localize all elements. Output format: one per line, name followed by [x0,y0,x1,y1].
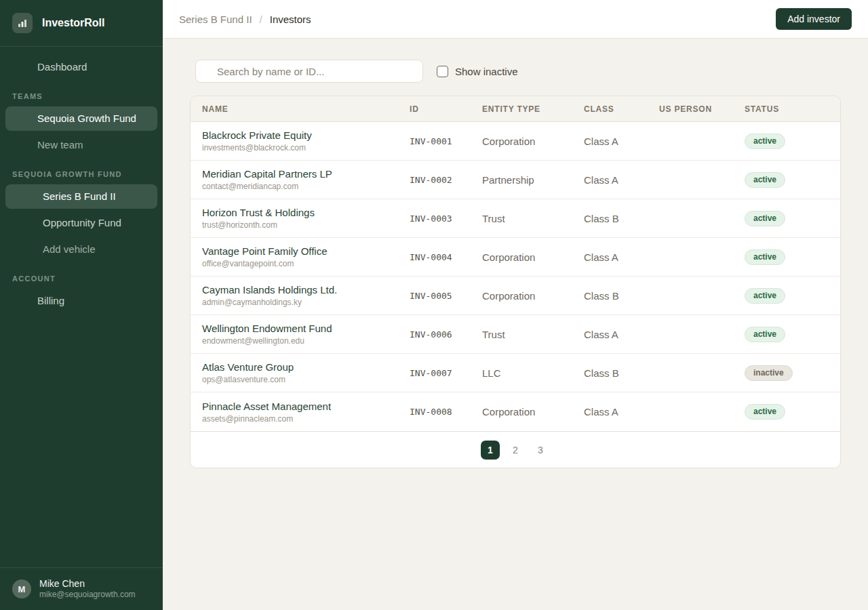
sidebar-item-dashboard[interactable]: Dashboard [5,55,157,79]
investor-id: INV-0007 [410,368,482,378]
investor-name: Atlas Venture Group [202,361,410,373]
sidebar-nav: Dashboard TEAMS Sequoia Growth Fund New … [0,47,163,567]
investor-class: Class A [584,174,659,186]
sidebar-item-new-team[interactable]: New team [5,133,157,157]
investor-email: endowment@wellington.edu [202,336,410,346]
table-row[interactable]: Blackrock Private Equity investments@bla… [191,122,840,161]
investor-entity-type: Trust [482,213,584,224]
status-badge: active [745,134,785,149]
breadcrumb-separator: / [260,14,262,25]
investor-email: assets@pinnacleam.com [202,413,410,424]
user-email: mike@sequoiagrowth.com [39,590,136,600]
investor-class: Class B [584,367,659,379]
content-area: Show inactive NAME ID ENTITY TYPE CLASS … [163,39,868,610]
search-input[interactable] [195,60,423,83]
sidebar-section: SEQUOIA GROWTH FUND Series B Fund II Opp… [5,159,157,262]
sidebar-section-label: TEAMS [5,81,157,106]
table-row[interactable]: Meridian Capital Partners LP contact@mer… [191,161,840,199]
table-row[interactable]: Pinnacle Asset Management assets@pinnacl… [191,392,840,431]
top-bar: Series B Fund II / Investors Add investo… [163,0,868,39]
column-header-status: STATUS [745,104,840,114]
investor-entity-type: Corporation [482,290,584,302]
breadcrumb: Series B Fund II / Investors [179,14,311,25]
add-investor-button[interactable]: Add investor [776,8,852,30]
app-title: InvestorRoll [42,17,104,29]
page-button-3[interactable]: 3 [531,441,550,460]
column-header-us-person: US PERSON [659,104,745,114]
investor-email: ops@atlasventure.com [202,374,410,385]
status-badge: active [745,211,785,226]
column-header-id: ID [410,104,482,114]
table-row[interactable]: Atlas Venture Group ops@atlasventure.com… [191,354,840,392]
investor-id: INV-0004 [410,252,482,262]
user-menu[interactable]: M Mike Chen mike@sequoiagrowth.com [0,567,163,610]
pagination: 1 2 3 [191,431,840,468]
sidebar-item-add-vehicle[interactable]: Add vehicle [5,237,157,262]
investor-class: Class B [584,213,659,224]
status-badge: active [745,249,785,265]
investor-name: Horizon Trust & Holdings [202,206,410,219]
investor-class: Class A [584,406,659,418]
investor-entity-type: Corporation [482,406,584,418]
investor-email: investments@blackrock.com [202,142,410,153]
investor-email: admin@caymanholdings.ky [202,297,410,308]
sidebar: InvestorRoll Dashboard TEAMS Sequoia Gro… [0,0,163,610]
investor-id: INV-0001 [410,136,482,146]
table-row[interactable]: Wellington Endowment Fund endowment@well… [191,315,840,354]
sidebar-item-opportunity-fund[interactable]: Opportunity Fund [5,211,157,235]
show-inactive-checkbox[interactable] [437,66,448,77]
status-badge: active [745,327,785,342]
investor-entity-type: Corporation [482,251,584,263]
show-inactive-label: Show inactive [455,66,518,77]
investor-id: INV-0005 [410,291,482,301]
investor-entity-type: Corporation [482,136,584,147]
user-name: Mike Chen [39,578,136,590]
sidebar-section: ACCOUNT Billing [5,264,157,313]
table-header-row: NAME ID ENTITY TYPE CLASS US PERSON STAT… [191,96,840,122]
show-inactive-control[interactable]: Show inactive [437,66,518,77]
investor-email: trust@horizonth.com [202,220,410,230]
main-area: Series B Fund II / Investors Add investo… [163,0,868,610]
investor-entity-type: Trust [482,329,584,340]
status-badge: active [745,288,785,304]
breadcrumb-parent[interactable]: Series B Fund II [179,14,252,25]
investor-class: Class A [584,251,659,263]
sidebar-item-sequoia-growth-fund[interactable]: Sequoia Growth Fund [5,106,157,131]
page-button-2[interactable]: 2 [506,441,525,460]
investor-name: Wellington Endowment Fund [202,322,410,335]
investors-table: NAME ID ENTITY TYPE CLASS US PERSON STAT… [190,96,841,468]
avatar: M [12,580,31,598]
app-logo[interactable]: InvestorRoll [0,0,163,47]
sidebar-section-label: SEQUOIA GROWTH FUND [5,159,157,184]
status-badge: active [745,172,785,188]
investor-id: INV-0006 [410,329,482,340]
investor-id: INV-0003 [410,214,482,224]
column-header-name: NAME [191,104,410,114]
investor-id: INV-0002 [410,175,482,185]
investor-name: Vantage Point Family Office [202,245,410,258]
sidebar-item-series-b-fund-ii[interactable]: Series B Fund II [5,184,157,209]
investor-name: Pinnacle Asset Management [202,400,410,413]
sidebar-section: TEAMS Sequoia Growth Fund New team [5,81,157,157]
table-row[interactable]: Vantage Point Family Office office@vanta… [191,238,840,277]
bar-chart-icon [12,13,33,33]
investor-class: Class A [584,136,659,147]
table-row[interactable]: Cayman Islands Holdings Ltd. admin@cayma… [191,277,840,315]
page-button-1[interactable]: 1 [481,441,500,460]
investor-email: office@vantagepoint.com [202,258,410,269]
breadcrumb-current: Investors [270,14,311,25]
status-badge: active [745,404,785,420]
investor-name: Blackrock Private Equity [202,129,410,142]
app-window: InvestorRoll Dashboard TEAMS Sequoia Gro… [0,0,868,610]
table-row[interactable]: Horizon Trust & Holdings trust@horizonth… [191,199,840,238]
table-body: Blackrock Private Equity investments@bla… [191,122,840,431]
sidebar-item-billing[interactable]: Billing [5,289,157,313]
toolbar: Show inactive [195,60,841,83]
sidebar-section-label: ACCOUNT [5,264,157,289]
status-badge: inactive [745,365,793,381]
investor-email: contact@meridiancap.com [202,181,410,192]
investor-entity-type: Partnership [482,174,584,186]
column-header-class: CLASS [584,104,659,114]
column-header-entity-type: ENTITY TYPE [482,104,584,114]
investor-class: Class A [584,329,659,340]
